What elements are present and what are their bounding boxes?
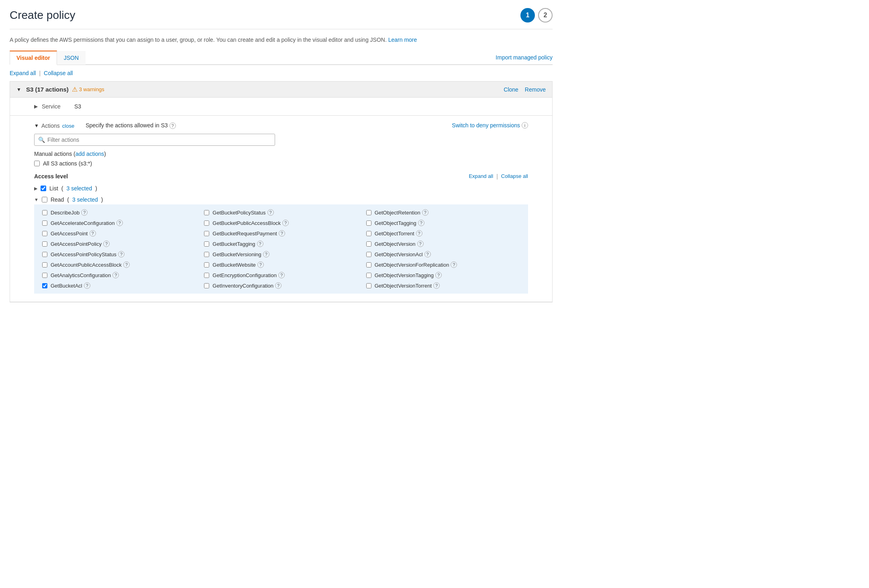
read-item-info-21[interactable]: ? [84,282,90,289]
read-item-checkbox-4[interactable] [204,220,209,226]
read-item-checkbox-1[interactable] [204,210,209,215]
add-actions-link[interactable]: add actions [75,151,104,157]
read-item-2: GetObjectRetention? [366,209,520,216]
actions-info-icon[interactable]: ? [169,122,176,129]
remove-button[interactable]: Remove [525,86,546,93]
read-item-info-0[interactable]: ? [81,209,88,216]
read-item-4: GetBucketPublicAccessBlock? [204,220,358,226]
policy-body: ▶ Service S3 ▼ Actions close [10,98,552,302]
read-item-checkbox-7[interactable] [204,231,209,236]
all-s3-checkbox[interactable] [34,161,40,166]
read-item-info-6[interactable]: ? [90,230,96,237]
read-item-info-22[interactable]: ? [275,282,282,289]
read-item-checkbox-23[interactable] [366,283,371,288]
read-item-info-9[interactable]: ? [103,241,110,247]
read-item-info-18[interactable]: ? [112,272,119,278]
list-group-header[interactable]: ▶ List (3 selected) [34,184,528,193]
read-item-info-5[interactable]: ? [418,220,424,226]
read-checkbox[interactable] [42,197,47,202]
read-item-checkbox-3[interactable] [42,220,47,226]
list-chevron[interactable]: ▶ [34,186,37,191]
read-item-6: GetAccessPoint? [42,230,196,237]
read-item-15: GetAccountPublicAccessBlock? [42,261,196,268]
list-checkbox[interactable] [41,186,46,191]
read-item-checkbox-21[interactable] [42,283,47,288]
access-collapse-all-link[interactable]: Collapse all [501,173,528,180]
tab-visual-editor[interactable]: Visual editor [10,51,57,65]
read-item-label-23: GetObjectVersionTorrent? [375,282,440,289]
access-expand-all-link[interactable]: Expand all [469,173,493,180]
read-item-info-14[interactable]: ? [424,251,431,257]
read-item-info-12[interactable]: ? [118,251,124,257]
read-item-checkbox-6[interactable] [42,231,47,236]
switch-deny-button[interactable]: Switch to deny permissions i [452,122,528,129]
read-item-info-16[interactable]: ? [257,261,264,268]
read-item-info-13[interactable]: ? [263,251,269,257]
read-item-8: GetObjectTorrent? [366,230,520,237]
read-item-checkbox-17[interactable] [366,262,371,267]
read-item-checkbox-9[interactable] [42,241,47,247]
warning-badge[interactable]: ⚠ 3 warnings [72,86,104,93]
read-item-info-17[interactable]: ? [451,261,457,268]
service-chevron[interactable]: ▶ [34,104,38,109]
read-item-info-3[interactable]: ? [116,220,123,226]
read-item-info-11[interactable]: ? [417,241,424,247]
read-item-checkbox-5[interactable] [366,220,371,226]
read-item-21: GetBucketAcl? [42,282,196,289]
access-level-header: Access level Expand all | Collapse all [34,173,528,180]
actions-chevron[interactable]: ▼ [34,123,39,129]
read-item-label-4: GetBucketPublicAccessBlock? [212,220,289,226]
read-chevron[interactable]: ▼ [34,197,39,202]
step-1-indicator: 1 [520,8,535,22]
clone-button[interactable]: Clone [504,86,518,93]
read-item-label-13: GetBucketVersioning? [212,251,269,257]
read-item-info-2[interactable]: ? [422,209,428,216]
read-item-checkbox-13[interactable] [204,252,209,257]
read-item-checkbox-10[interactable] [204,241,209,247]
read-item-checkbox-22[interactable] [204,283,209,288]
policy-block-header: ▼ S3 (17 actions) ⚠ 3 warnings Clone Rem… [10,82,552,98]
read-item-label-9: GetAccessPointPolicy? [51,241,110,247]
learn-more-link[interactable]: Learn more [388,37,417,43]
switch-deny-info-icon[interactable]: i [522,122,528,129]
read-item-checkbox-15[interactable] [42,262,47,267]
all-s3-actions-row: All S3 actions (s3:*) [34,160,528,167]
read-item-checkbox-11[interactable] [366,241,371,247]
read-item-checkbox-20[interactable] [366,273,371,278]
read-item-info-10[interactable]: ? [257,241,263,247]
all-s3-label: All S3 actions (s3:*) [43,160,92,167]
read-item-checkbox-16[interactable] [204,262,209,267]
read-item-info-23[interactable]: ? [433,282,440,289]
actions-title-group: ▼ Actions close [34,122,74,129]
read-item-17: GetObjectVersionForReplication? [366,261,520,268]
expand-all-link[interactable]: Expand all [10,70,36,76]
read-item-label-6: GetAccessPoint? [51,230,96,237]
filter-actions-input[interactable] [34,134,275,146]
read-group-header[interactable]: ▼ Read (3 selected) [34,195,528,204]
collapse-all-link[interactable]: Collapse all [44,70,73,76]
import-managed-policy-link[interactable]: Import managed policy [496,54,553,61]
read-item-info-15[interactable]: ? [123,261,130,268]
read-item-info-4[interactable]: ? [282,220,289,226]
read-item-checkbox-18[interactable] [42,273,47,278]
actions-describe-text: Specify the actions allowed in S3 [86,122,168,129]
read-item-info-20[interactable]: ? [435,272,442,278]
read-item-checkbox-19[interactable] [204,273,209,278]
read-item-label-21: GetBucketAcl? [51,282,90,289]
read-item-checkbox-8[interactable] [366,231,371,236]
tab-json[interactable]: JSON [57,51,86,65]
read-item-info-7[interactable]: ? [279,230,285,237]
read-item-info-19[interactable]: ? [278,272,285,278]
read-item-info-1[interactable]: ? [267,209,274,216]
manual-actions-row: Manual actions (add actions) [34,151,528,157]
read-item-label-15: GetAccountPublicAccessBlock? [51,261,130,268]
policy-block-chevron[interactable]: ▼ [16,87,21,92]
read-item-info-8[interactable]: ? [416,230,422,237]
read-item-checkbox-0[interactable] [42,210,47,215]
actions-close-link[interactable]: close [62,123,74,129]
read-item-checkbox-14[interactable] [366,252,371,257]
read-item-9: GetAccessPointPolicy? [42,241,196,247]
warning-count: 3 warnings [79,86,104,92]
read-item-checkbox-12[interactable] [42,252,47,257]
read-item-checkbox-2[interactable] [366,210,371,215]
